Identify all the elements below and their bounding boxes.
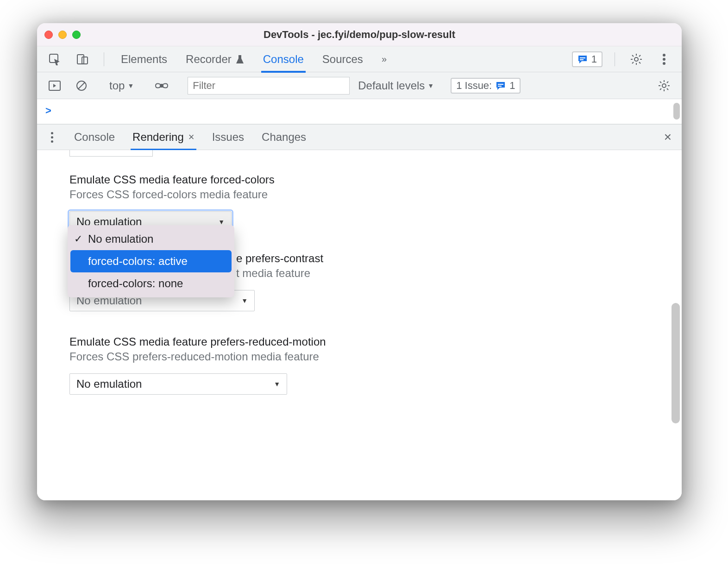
dropdown-option[interactable]: forced-colors: none — [68, 272, 234, 295]
issues-label: 1 Issue: — [456, 80, 492, 92]
issues-count: 1 — [591, 53, 597, 65]
svg-point-6 — [663, 54, 665, 57]
tab-label: Recorder — [186, 53, 232, 66]
inspect-element-icon[interactable] — [45, 50, 64, 69]
svg-rect-13 — [498, 84, 503, 85]
dropdown-option[interactable]: ✓No emulation — [68, 228, 234, 250]
check-icon: ✓ — [74, 233, 82, 245]
drawer-tabstrip: Console Rendering × Issues Changes × — [37, 124, 682, 150]
forced-colors-dropdown: ✓No emulationforced-colors: activeforced… — [68, 225, 234, 297]
section-title: Emulate CSS media feature prefers-reduce… — [69, 335, 682, 348]
svg-rect-4 — [580, 59, 584, 60]
log-levels-selector[interactable]: Default levels ▼ — [358, 79, 434, 92]
svg-point-12 — [160, 84, 163, 88]
kebab-menu-icon[interactable] — [655, 50, 673, 69]
console-settings-icon[interactable] — [655, 76, 673, 95]
chevron-down-icon: ▼ — [274, 380, 280, 388]
clipped-previous-control — [69, 150, 153, 157]
scrollbar-thumb[interactable] — [672, 303, 680, 423]
context-selector[interactable]: top ▼ — [107, 79, 136, 92]
minimize-window-button[interactable] — [58, 31, 67, 39]
option-label: forced-colors: none — [88, 277, 183, 290]
forced-colors-section: Emulate CSS media feature forced-colors … — [69, 173, 682, 233]
device-toolbar-icon[interactable] — [73, 50, 92, 69]
svg-point-7 — [663, 58, 665, 61]
tab-label: Changes — [262, 131, 306, 144]
section-desc-visible-suffix: t media feature — [236, 267, 310, 280]
svg-rect-2 — [82, 57, 88, 64]
filter-input[interactable] — [188, 77, 350, 94]
separator — [615, 52, 615, 66]
flask-icon — [235, 54, 245, 64]
prefers-reduced-motion-section: Emulate CSS media feature prefers-reduce… — [69, 335, 682, 395]
issues-link[interactable]: 1 Issue: 1 — [451, 78, 521, 94]
live-expression-icon[interactable] — [152, 76, 171, 95]
section-desc: Forces CSS forced-colors media feature — [69, 188, 682, 201]
drawer-tab-rendering[interactable]: Rendering × — [131, 124, 196, 150]
drawer-tab-changes[interactable]: Changes — [260, 124, 308, 150]
svg-rect-1 — [77, 55, 84, 64]
message-icon — [577, 54, 588, 64]
console-toolbar: top ▼ Default levels ▼ 1 Issue: 1 — [37, 72, 682, 99]
sidebar-toggle-icon[interactable] — [45, 76, 64, 95]
option-label: forced-colors: active — [88, 255, 188, 268]
issues-count: 1 — [509, 80, 515, 92]
drawer-tab-console[interactable]: Console — [72, 124, 117, 150]
window-title: DevTools - jec.fyi/demo/pup-slow-result — [37, 29, 682, 41]
main-tabstrip: Elements Recorder Console Sources » 1 — [37, 46, 682, 72]
prefers-reduced-motion-select[interactable]: No emulation ▼ — [69, 373, 287, 395]
svg-rect-14 — [498, 86, 502, 87]
svg-point-5 — [634, 57, 638, 61]
tab-label: Rendering — [132, 131, 184, 144]
chevron-down-icon: ▼ — [218, 218, 225, 226]
option-label: No emulation — [88, 233, 153, 246]
close-window-button[interactable] — [44, 31, 53, 39]
console-body[interactable]: > — [37, 99, 682, 124]
chevron-down-icon: ▼ — [241, 297, 248, 304]
tab-label: Elements — [121, 53, 167, 66]
tab-label: Sources — [322, 53, 363, 66]
section-title: Emulate CSS media feature forced-colors — [69, 173, 682, 186]
svg-rect-3 — [580, 57, 585, 58]
tab-elements[interactable]: Elements — [116, 46, 172, 72]
section-desc: Forces CSS prefers-reduced-motion media … — [69, 350, 682, 363]
drawer-menu-icon[interactable] — [45, 132, 58, 143]
svg-point-15 — [662, 84, 666, 88]
close-tab-icon[interactable]: × — [188, 131, 195, 143]
tabs-overflow[interactable]: » — [377, 46, 391, 72]
scrollbar-thumb[interactable] — [673, 103, 680, 120]
drawer-tab-issues[interactable]: Issues — [210, 124, 246, 150]
section-title-visible-suffix: e prefers-contrast — [236, 252, 323, 265]
message-icon — [496, 81, 506, 91]
close-drawer-icon[interactable]: × — [664, 130, 672, 145]
window-controls — [44, 31, 81, 39]
levels-label: Default levels — [358, 79, 425, 92]
dropdown-option[interactable]: forced-colors: active — [70, 250, 232, 272]
tab-label: Issues — [212, 131, 244, 144]
tab-console[interactable]: Console — [258, 46, 308, 72]
settings-icon[interactable] — [627, 50, 646, 69]
rendering-panel: Emulate CSS media feature forced-colors … — [37, 150, 682, 500]
zoom-window-button[interactable] — [72, 31, 81, 39]
titlebar: DevTools - jec.fyi/demo/pup-slow-result — [37, 23, 682, 46]
console-prompt-caret: > — [45, 105, 51, 117]
devtools-window: DevTools - jec.fyi/demo/pup-slow-result … — [37, 23, 682, 500]
separator — [104, 52, 104, 66]
issues-indicator[interactable]: 1 — [572, 51, 602, 67]
context-label: top — [109, 79, 125, 92]
chevrons-icon: » — [382, 54, 387, 64]
clear-console-icon[interactable] — [72, 76, 91, 95]
tab-label: Console — [74, 131, 115, 144]
svg-line-11 — [78, 82, 85, 89]
chevron-down-icon: ▼ — [427, 82, 434, 89]
svg-point-8 — [663, 62, 665, 65]
tab-recorder[interactable]: Recorder — [181, 46, 249, 72]
tab-sources[interactable]: Sources — [318, 46, 368, 72]
chevron-down-icon: ▼ — [127, 82, 134, 89]
select-value: No emulation — [76, 378, 142, 391]
tab-label: Console — [263, 53, 304, 66]
